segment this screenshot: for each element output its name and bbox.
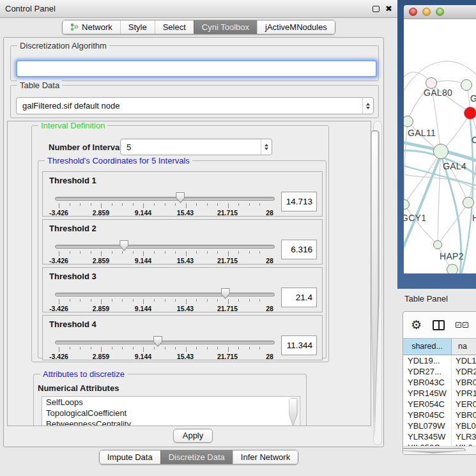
tab-impute-data[interactable]: Impute Data xyxy=(100,450,160,464)
cell-shared-name[interactable]: YDL19... xyxy=(403,355,452,366)
table-row[interactable]: YER054C YER0 xyxy=(403,399,476,410)
tab-select[interactable]: Select xyxy=(155,20,194,34)
tab-discretize-data[interactable]: Discretize Data xyxy=(160,450,233,464)
threshold-slider[interactable]: -3.4262.8599.14415.4321.71528 xyxy=(50,287,279,312)
threshold-panel-1: Threshold 1 -3.4262.8599.14415.4321.7152… xyxy=(42,171,323,217)
interval-definition-group: Interval Definition Number of Intervals … xyxy=(31,125,329,362)
apply-button[interactable]: Apply xyxy=(173,429,213,443)
tick-label: 9.144 xyxy=(135,257,151,265)
list-item[interactable]: TopologicalCoefficient xyxy=(42,408,300,418)
group-title: Attributes to discretize xyxy=(40,369,127,379)
network-node[interactable] xyxy=(433,240,442,249)
table-panel-title: Table Panel xyxy=(404,294,448,303)
cell-name[interactable]: YDR2 xyxy=(452,366,476,377)
list-scrollbar[interactable] xyxy=(292,397,299,426)
spinner-arrows-icon[interactable] xyxy=(261,139,272,155)
table-row[interactable]: YDR27... YDR2 xyxy=(403,366,476,377)
tick-label: 9.144 xyxy=(135,305,151,312)
window-title: Control Panel xyxy=(5,4,56,13)
threshold-value-field[interactable]: 11.344 xyxy=(281,335,317,355)
cell-name[interactable]: YBR0 xyxy=(452,377,476,388)
cell-shared-name[interactable]: YBR043C xyxy=(403,377,452,388)
cell-name[interactable]: YER0 xyxy=(452,399,476,410)
tick-label: 21.715 xyxy=(217,209,238,217)
threshold-slider[interactable]: -3.4262.8599.14415.4321.71528 xyxy=(50,335,279,360)
list-item[interactable]: SelfLoops xyxy=(42,397,300,408)
settings-vertical-scrollbar[interactable] xyxy=(373,121,382,445)
discretization-algorithm-group: Discretization Algorithm xyxy=(10,45,379,81)
cell-name[interactable]: YPR1 xyxy=(452,388,476,399)
network-node[interactable] xyxy=(464,107,476,119)
threshold-slider[interactable]: -3.4262.8599.14415.4321.71528 xyxy=(50,191,279,217)
close-icon[interactable]: ✖ xyxy=(385,5,392,13)
network-node[interactable] xyxy=(433,144,449,159)
table-horizontal-scrollbar[interactable] xyxy=(403,446,476,454)
attributes-group: Attributes to discretize Numerical Attri… xyxy=(33,374,307,426)
network-canvas[interactable]: GAL80GAGAL11CGAL4GCY1HHAP2 xyxy=(404,19,476,273)
table-row[interactable]: YDL19... YDL1 xyxy=(403,355,476,366)
float-window-icon[interactable] xyxy=(372,6,380,12)
cell-shared-name[interactable]: YER054C xyxy=(403,399,452,410)
slider-tick-labels: -3.4262.8599.14415.4321.71528 xyxy=(59,287,270,312)
cell-shared-name[interactable]: YBR045C xyxy=(403,410,452,420)
tab-jactivemnodules[interactable]: jActiveMNodules xyxy=(257,20,335,34)
number-of-intervals-combobox[interactable]: 5 xyxy=(120,139,272,155)
split-view-icon[interactable] xyxy=(433,320,445,330)
tick-label: 15.43 xyxy=(177,257,194,265)
select-columns-icon[interactable]: ✓ ✓ xyxy=(456,322,468,328)
mac-close-button[interactable] xyxy=(409,8,417,16)
column-header-shared-name[interactable]: shared... xyxy=(403,339,452,355)
tab-style[interactable]: Style xyxy=(120,20,155,34)
spinner-arrows-icon[interactable] xyxy=(362,98,373,114)
tick-label: -3.426 xyxy=(49,305,68,312)
tab-infer-network[interactable]: Infer Network xyxy=(233,450,298,464)
tick-label: 28 xyxy=(266,257,273,265)
table-row[interactable]: YPR145W YPR1 xyxy=(403,388,476,399)
cell-name[interactable]: YLR3 xyxy=(452,431,476,442)
network-node[interactable] xyxy=(463,197,474,208)
network-node-label: GAL80 xyxy=(424,88,452,98)
mac-zoom-button[interactable] xyxy=(436,8,444,16)
tab-cyni-toolbox[interactable]: Cyni Toolbox xyxy=(194,20,257,34)
threshold-value-field[interactable]: 21.4 xyxy=(281,288,317,307)
cell-shared-name[interactable]: YDR27... xyxy=(403,366,452,377)
network-node-label: HAP2 xyxy=(440,251,464,261)
checkbox-icon: ✓ xyxy=(463,322,468,328)
table-data-combobox[interactable]: galFiltered.sif default node xyxy=(16,97,374,114)
threshold-label: Threshold 3 xyxy=(49,272,96,281)
list-item[interactable]: BetweennessCentrality xyxy=(42,418,300,426)
gear-icon[interactable]: ⚙ xyxy=(411,319,422,331)
scrollbar-thumb[interactable] xyxy=(403,448,466,454)
cell-name[interactable]: YBR0 xyxy=(452,410,476,420)
tick-label: 15.43 xyxy=(177,209,194,217)
cell-name[interactable]: YBL0 xyxy=(452,420,476,431)
table-row[interactable]: YBL079W YBL0 xyxy=(403,420,476,431)
table-row[interactable]: YBR045C YBR0 xyxy=(403,410,476,420)
cell-shared-name[interactable]: YLR345W xyxy=(403,431,452,442)
network-node-label: GAL11 xyxy=(408,128,436,138)
tick-label: 2.859 xyxy=(93,353,109,360)
network-node[interactable] xyxy=(447,264,458,273)
cell-name[interactable]: YDL1 xyxy=(452,355,476,366)
tab-label: Discretize Data xyxy=(169,452,225,462)
threshold-value-field[interactable]: 14.713 xyxy=(281,192,317,211)
combo-value: 5 xyxy=(127,142,131,152)
algorithm-combobox[interactable] xyxy=(16,60,377,77)
table-row[interactable]: YLR345W YLR3 xyxy=(403,431,476,442)
cell-shared-name[interactable]: YPR145W xyxy=(403,388,452,399)
mac-minimize-button[interactable] xyxy=(422,8,431,16)
slider-tick-labels: -3.4262.8599.14415.4321.71528 xyxy=(59,239,270,265)
threshold-panel-4: Threshold 4 -3.4262.8599.14415.4321.7152… xyxy=(42,315,323,360)
threshold-slider[interactable]: -3.4262.8599.14415.4321.71528 xyxy=(50,239,279,265)
threshold-panel-2: Threshold 2 -3.4262.8599.14415.4321.7152… xyxy=(42,219,323,265)
scrollbar-thumb[interactable] xyxy=(371,130,380,437)
table-header-row: shared... na xyxy=(403,338,476,355)
tick-label: -3.426 xyxy=(49,257,68,265)
column-header-name[interactable]: na xyxy=(452,339,476,355)
network-node[interactable] xyxy=(461,79,472,91)
group-title: Interval Definition xyxy=(38,121,107,130)
cell-shared-name[interactable]: YBL079W xyxy=(403,420,452,431)
threshold-value-field[interactable]: 6.316 xyxy=(281,240,317,259)
table-row[interactable]: YBR043C YBR0 xyxy=(403,377,476,388)
tab-network[interactable]: Network xyxy=(63,20,120,34)
